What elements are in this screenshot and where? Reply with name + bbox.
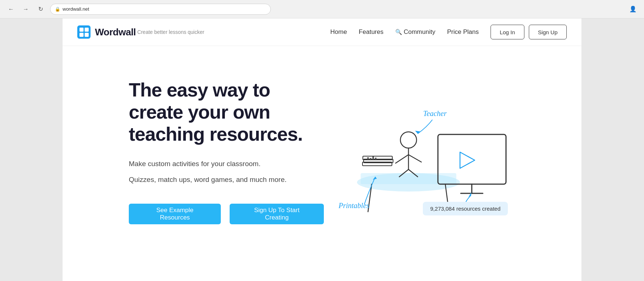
lock-icon: 🔒 (55, 7, 60, 12)
hero-section: The easy way to create your own teaching… (63, 46, 581, 281)
logo-area[interactable]: Wordwall (77, 25, 136, 39)
hero-left: The easy way to create your own teaching… (129, 68, 324, 224)
hero-title: The easy way to create your own teaching… (129, 79, 324, 145)
svg-line-14 (408, 155, 421, 162)
nav-actions: Log In Sign Up (491, 25, 567, 39)
page-outer: Wordwall Create better lessons quicker H… (0, 18, 644, 281)
community-link-label: Community (404, 28, 435, 36)
start-creating-button[interactable]: Sign Up To Start Creating (230, 204, 324, 224)
hero-illustration: Teacher Printables Interactives (324, 68, 515, 223)
features-link[interactable]: Features (359, 28, 383, 36)
back-button[interactable]: ← (6, 4, 16, 14)
content-area: Wordwall Create better lessons quicker H… (63, 18, 581, 281)
signup-button[interactable]: Sign Up (529, 25, 567, 39)
logo-tagline: Create better lessons quicker (137, 29, 204, 35)
hero-subtitle1: Make custom activities for your classroo… (129, 158, 324, 169)
svg-rect-9 (372, 157, 374, 159)
top-nav: Wordwall Create better lessons quicker H… (63, 18, 581, 46)
forward-button[interactable]: → (21, 4, 31, 14)
see-examples-button[interactable]: See Example Resources (129, 204, 221, 224)
logo-sq-1 (79, 28, 84, 32)
logo-sq-4 (85, 33, 89, 37)
hero-right: Teacher Printables Interactives (324, 68, 515, 223)
svg-point-11 (400, 132, 417, 148)
community-link[interactable]: 🔍 Community (395, 28, 435, 36)
login-button[interactable]: Log In (491, 25, 524, 39)
profile-icon-button[interactable]: 👤 (628, 4, 638, 14)
svg-text:Teacher: Teacher (423, 109, 447, 117)
resources-badge: 9,273,084 resources created (423, 202, 508, 215)
hero-buttons: See Example Resources Sign Up To Start C… (129, 204, 324, 224)
logo-squares (77, 25, 91, 39)
price-plans-link[interactable]: Price Plans (447, 28, 479, 36)
browser-chrome: ← → ↻ 🔒 wordwall.net 👤 (0, 0, 644, 18)
address-bar[interactable]: 🔒 wordwall.net (50, 4, 271, 15)
logo-icon (77, 25, 91, 39)
home-link-label: Home (330, 28, 347, 36)
svg-rect-7 (367, 157, 369, 159)
logo-sq-3 (79, 33, 84, 37)
price-plans-link-label: Price Plans (447, 28, 479, 36)
illustration-container: Teacher Printables Interactives (324, 68, 515, 223)
svg-rect-10 (375, 158, 376, 159)
logo-sq-2 (85, 28, 89, 32)
browser-right-controls: 👤 (628, 4, 638, 14)
resources-count: 9,273,084 resources created (430, 206, 500, 212)
reload-button[interactable]: ↻ (35, 4, 46, 14)
home-link[interactable]: Home (330, 28, 347, 36)
svg-line-13 (396, 155, 408, 163)
logo-name: Wordwall (95, 27, 136, 38)
svg-rect-8 (370, 158, 371, 159)
nav-links: Home Features 🔍 Community Price Plans (330, 28, 479, 36)
url-text: wordwall.net (63, 6, 89, 12)
svg-marker-20 (460, 152, 475, 168)
search-icon: 🔍 (395, 29, 402, 35)
hero-subtitle2: Quizzes, match ups, word games, and much… (129, 174, 324, 185)
features-link-label: Features (359, 28, 383, 36)
